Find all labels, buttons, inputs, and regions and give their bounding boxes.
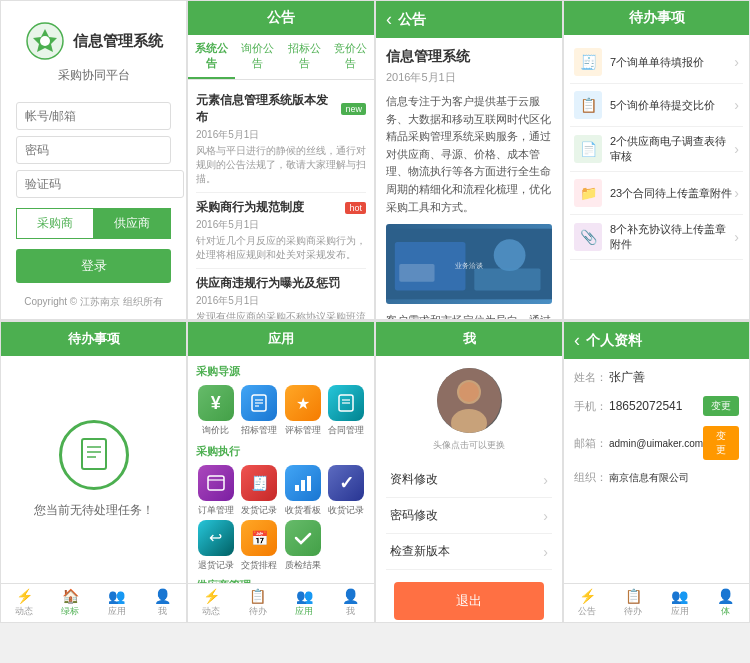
me-panel: 我 头像点击可以更换 资料修改 xyxy=(375,321,563,623)
notice-item[interactable]: 供应商违规行为曝光及惩罚 2016年5月1日 发现有供应商的采购不称协议采购班流… xyxy=(196,269,366,319)
avatar-wrapper[interactable] xyxy=(437,368,502,433)
svg-point-28 xyxy=(459,382,479,402)
avatar[interactable] xyxy=(437,368,502,433)
nav-daiban-2[interactable]: 📋 待办 xyxy=(235,584,282,622)
nav-me-4[interactable]: 👤 体 xyxy=(703,584,749,622)
me-content: 头像点击可以更换 资料修改 › 密码修改 › 检查新版本 › 退出 xyxy=(376,356,562,623)
pending-icon-5: 📎 xyxy=(574,223,602,251)
svg-text:业务洽谈: 业务洽谈 xyxy=(455,263,483,271)
nav-apps-4[interactable]: 👥 应用 xyxy=(657,584,703,622)
apps-icon-1: 👥 xyxy=(108,588,125,604)
me-menu: 资料修改 › 密码修改 › 检查新版本 › xyxy=(386,462,552,570)
logout-button[interactable]: 退出 xyxy=(394,582,543,620)
profile-row-name: 姓名： 张广善 xyxy=(574,369,739,386)
app-zhaobiao[interactable]: 招标管理 xyxy=(240,385,280,436)
menu-version[interactable]: 检查新版本 › xyxy=(386,534,552,570)
apps-label-1: 应用 xyxy=(108,605,126,618)
copyright: Copyright © 江苏南京 组织所有 xyxy=(24,295,163,309)
notice-item[interactable]: 元素信息管理系统版本发布 new 2016年5月1日 风格与平日进行的静候的丝线… xyxy=(196,86,366,193)
nav-dongtai-2[interactable]: ⚡ 动态 xyxy=(188,584,235,622)
task-empty-icon xyxy=(59,420,129,490)
avatar-svg xyxy=(437,368,502,433)
app-shouhuokanban[interactable]: 收货看板 xyxy=(283,465,323,516)
password-input[interactable] xyxy=(25,143,162,157)
pending-arrow-4: › xyxy=(734,185,739,201)
pending-item-1[interactable]: 🧾 7个询单单待填报价 › xyxy=(570,41,743,84)
app-shouhuo[interactable]: ✓ 收货记录 xyxy=(327,465,367,516)
app-tuihuo[interactable]: ↩ 退货记录 xyxy=(196,520,236,571)
login-button[interactable]: 登录 xyxy=(16,249,171,283)
menu-password[interactable]: 密码修改 › xyxy=(386,498,552,534)
email-change-button[interactable]: 变更 xyxy=(703,426,739,460)
nav-icon-4-1: ⚡ xyxy=(579,588,596,604)
nav-label-4-1: 公告 xyxy=(578,605,596,618)
hetong-icon xyxy=(328,385,364,421)
profile-header: ‹ 个人资料 xyxy=(564,322,749,359)
shouhuokanban-label: 收货看板 xyxy=(285,505,321,516)
notice-desc-2: 针对近几个月反应的采购商采购行为，处理将相应规则和处关对采规发布。 xyxy=(196,234,366,262)
pending-text-4: 23个合同待上传盖章附件 xyxy=(610,186,734,201)
svg-point-2 xyxy=(40,36,50,46)
nav-gonggao-4[interactable]: ⚡ 公告 xyxy=(564,584,610,622)
tasks-header: 待办事项 xyxy=(1,322,186,356)
pending-icon-2: 📋 xyxy=(574,91,602,119)
me-label-2: 我 xyxy=(346,605,355,618)
dongtai-label: 动态 xyxy=(15,605,33,618)
notice-desc-1: 风格与平日进行的静候的丝线，通行对规则的公告法规了，敬请大家理解与扫描。 xyxy=(196,144,366,186)
notice-items-list: 元素信息管理系统版本发布 new 2016年5月1日 风格与平日进行的静候的丝线… xyxy=(188,80,374,319)
jiaohuo-label: 交货排程 xyxy=(241,560,277,571)
tab-tender[interactable]: 招标公告 xyxy=(281,35,328,79)
pending-arrow-1: › xyxy=(734,54,739,70)
nav-me-2[interactable]: 👤 我 xyxy=(328,584,375,622)
tasks-content: 您当前无待处理任务！ xyxy=(1,356,186,583)
xunjia-label: 询价比 xyxy=(202,425,229,436)
notice-item[interactable]: 采购商行为规范制度 hot 2016年5月1日 针对近几个月反应的采购商采购行为… xyxy=(196,193,366,269)
nav-apps-2[interactable]: 👥 应用 xyxy=(281,584,328,622)
profile-label-org: 组织： xyxy=(574,470,609,485)
tab-inquiry[interactable]: 询价公告 xyxy=(235,35,282,79)
pending-item-5[interactable]: 📎 8个补充协议待上传盖章附件 › xyxy=(570,215,743,260)
nav-apps-1[interactable]: 👥 应用 xyxy=(94,584,140,622)
app-hetong[interactable]: 合同管理 xyxy=(327,385,367,436)
notice-image: 业务洽谈 xyxy=(386,224,552,304)
pending-item-3[interactable]: 📄 2个供应商电子调查表待审核 › xyxy=(570,127,743,172)
notice-title-2: 采购商行为规范制度 xyxy=(196,199,341,216)
profile-value-phone: 18652072541 xyxy=(609,399,703,413)
nav-daiban-4[interactable]: 📋 待办 xyxy=(610,584,656,622)
zhaobiao-icon xyxy=(241,385,277,421)
nav-me-1[interactable]: 👤 我 xyxy=(140,584,186,622)
daiban-icon-2: 📋 xyxy=(249,588,266,604)
buyer-tab[interactable]: 采购商 xyxy=(16,208,94,239)
app-jiaohuo[interactable]: 📅 交货排程 xyxy=(240,520,280,571)
captcha-input[interactable] xyxy=(16,170,184,198)
app-fapiao[interactable]: 🧾 发货记录 xyxy=(240,465,280,516)
back-icon[interactable]: ‹ xyxy=(386,9,392,30)
nav-home[interactable]: 🏠 绿标 xyxy=(47,584,93,622)
pending-item-4[interactable]: 📁 23个合同待上传盖章附件 › xyxy=(570,172,743,215)
username-input[interactable] xyxy=(25,109,162,123)
tab-system[interactable]: 系统公告 xyxy=(188,35,235,79)
nav-label-4-2: 待办 xyxy=(624,605,642,618)
notice-main-title: 信息管理系统 xyxy=(386,48,552,66)
notice-detail-panel: ‹ 公告 信息管理系统 2016年5月1日 信息专注于为客户提供基于云服务、大数… xyxy=(375,0,563,320)
app-zhijian[interactable]: 质检结果 xyxy=(283,520,323,571)
username-field[interactable] xyxy=(16,102,171,130)
shouhuokanban-icon xyxy=(285,465,321,501)
notice-detail-title: 公告 xyxy=(398,11,426,29)
profile-back-icon[interactable]: ‹ xyxy=(574,330,580,351)
password-field[interactable] xyxy=(16,136,171,164)
tuihuo-icon: ↩ xyxy=(198,520,234,556)
notice-detail-content: 信息管理系统 2016年5月1日 信息专注于为客户提供基于云服务、大数据和移动互… xyxy=(376,38,562,319)
supplier-tab[interactable]: 供应商 xyxy=(94,208,172,239)
pending-item-2[interactable]: 📋 5个询价单待提交比价 › xyxy=(570,84,743,127)
phone-change-button[interactable]: 变更 xyxy=(703,396,739,416)
nav-dongtat[interactable]: ⚡ 动态 xyxy=(1,584,47,622)
tab-bid[interactable]: 竞价公告 xyxy=(328,35,375,79)
menu-profile[interactable]: 资料修改 › xyxy=(386,462,552,498)
pending-icon-1: 🧾 xyxy=(574,48,602,76)
app-pingbiao[interactable]: ★ 评标管理 xyxy=(283,385,323,436)
profile-panel: ‹ 个人资料 姓名： 张广善 手机： 18652072541 变更 邮箱： ad… xyxy=(563,321,750,623)
svg-point-5 xyxy=(494,239,526,271)
app-dingdan[interactable]: 订单管理 xyxy=(196,465,236,516)
app-xunjia[interactable]: ¥ 询价比 xyxy=(196,385,236,436)
